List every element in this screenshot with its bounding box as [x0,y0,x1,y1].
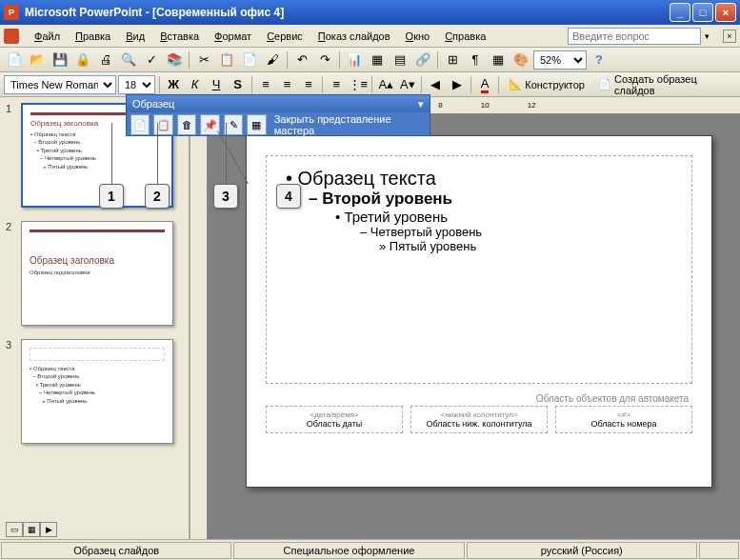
table-button[interactable]: ▦ [367,50,388,70]
statusbar: Образец слайдов Специальное оформление р… [0,539,740,560]
preview-button[interactable]: 🔍 [118,50,139,70]
normal-view-button[interactable]: ▭ [6,522,23,537]
italic-button[interactable]: К [185,74,204,95]
master-layout-button[interactable]: ▦ [247,114,266,135]
bold-button[interactable]: Ж [164,74,183,95]
slide-panel[interactable]: 1 Образец заголовка • Образец текста – В… [0,97,190,539]
menu-slideshow[interactable]: Показ слайдов [310,28,398,45]
hyperlink-button[interactable]: 🔗 [412,50,433,70]
menu-help[interactable]: Справка [437,28,493,45]
align-center-button[interactable]: ≡ [277,74,296,95]
numbering-button[interactable]: ≡ [327,74,346,95]
callout-1: 1 [99,184,124,209]
ask-dropdown-icon[interactable]: ▾ [705,31,710,41]
color-button[interactable]: 🎨 [510,50,531,70]
callout-3: 3 [213,184,238,209]
slide-canvas[interactable]: • Образец текста – Второй уровень • Трет… [246,135,712,488]
status-slide: Образец слайдов [1,542,231,559]
format-painter-button[interactable]: 🖌 [262,50,283,70]
open-button[interactable]: 📂 [27,50,48,70]
undo-button[interactable]: ↶ [291,50,312,70]
status-design: Специальное оформление [233,542,464,559]
status-language[interactable]: русский (Россия) [467,542,697,559]
bullets-button[interactable]: ⋮≡ [349,74,369,95]
help-button[interactable]: ? [589,50,610,70]
doc-icon [4,29,19,44]
menu-tools[interactable]: Сервис [259,28,310,45]
callout-2: 2 [145,184,170,209]
insert-slide-master-button[interactable]: 📄 [130,114,150,135]
spell-button[interactable]: ✓ [141,50,162,70]
research-button[interactable]: 📚 [164,50,185,70]
text-level-3[interactable]: • Третий уровень [335,209,672,225]
app-icon: P [4,5,19,20]
close-button[interactable]: × [715,3,736,22]
menu-edit[interactable]: Правка [68,28,118,45]
delete-master-button[interactable]: 🗑 [177,114,196,135]
menubar: Файл Правка Вид Вставка Формат Сервис По… [0,25,740,48]
underline-button[interactable]: Ч [207,74,226,95]
increase-font-button[interactable]: A▴ [376,74,395,95]
designer-button[interactable]: 📐 Конструктор [503,74,590,95]
menu-file[interactable]: Файл [27,28,68,45]
thumb-number: 1 [6,103,15,208]
text-level-4[interactable]: – Четвертый уровень [360,225,672,239]
copy-button[interactable]: 📋 [216,50,237,70]
maximize-button[interactable]: □ [692,3,713,22]
font-name-select[interactable]: Times New Roman [4,75,116,94]
thumb-number: 2 [6,221,15,326]
automaket-label: Область объектов для автомакета [266,391,692,406]
cut-button[interactable]: ✂ [193,50,214,70]
dropdown-icon[interactable]: ▾ [418,98,424,110]
window-title: Microsoft PowerPoint - [Современный офис… [25,6,670,19]
thumb-number: 3 [6,339,15,444]
decrease-indent-button[interactable]: ◀ [426,74,445,95]
shadow-button[interactable]: S [228,74,247,95]
master-toolbar[interactable]: Образец▾ 📄 📋 🗑 📌 ✎ ▦ Закрыть представлен… [126,94,430,136]
callout-4: 4 [276,184,301,209]
expand-button[interactable]: ⊞ [442,50,463,70]
paste-button[interactable]: 📄 [239,50,260,70]
font-size-select[interactable]: 18 [118,75,155,94]
editor-area: 2024681012 • Образец текста – Второй уро… [190,97,740,539]
zoom-select[interactable]: 52% [533,50,587,70]
text-level-5[interactable]: » Пятый уровень [379,239,672,253]
chart-button[interactable]: 📊 [344,50,365,70]
date-placeholder[interactable]: <дата/время> Область даты [266,406,403,433]
slideshow-view-button[interactable]: ▶ [40,522,57,537]
menu-view[interactable]: Вид [118,28,152,45]
footer-placeholder[interactable]: <нижний колонтитул> Область ниж. колонти… [410,406,548,433]
increase-indent-button[interactable]: ▶ [447,74,466,95]
tables-borders-button[interactable]: ▤ [390,50,410,70]
text-placeholder[interactable]: • Образец текста – Второй уровень • Трет… [266,155,692,384]
text-level-2[interactable]: – Второй уровень [309,190,672,209]
status-extra [699,542,739,559]
grid-button[interactable]: ▦ [488,50,509,70]
vertical-ruler[interactable] [190,97,208,539]
new-button[interactable]: 📄 [4,50,25,70]
redo-button[interactable]: ↷ [314,50,335,70]
menu-window[interactable]: Окно [398,28,438,45]
minimize-button[interactable]: _ [670,3,690,22]
save-button[interactable]: 💾 [50,50,70,70]
close-master-view-button[interactable]: Закрыть представление мастера [270,113,426,136]
decrease-font-button[interactable]: A▾ [398,74,417,95]
font-color-button[interactable]: A [475,74,494,95]
slide-thumb-3[interactable]: • Образец текста – Второй уровень • Трет… [21,339,173,444]
ask-question-input[interactable] [568,28,701,45]
slide-thumb-2[interactable]: Образец заголовка Образец подзаголовка [21,221,173,326]
standard-toolbar: 📄 📂 💾 🔒 🖨 🔍 ✓ 📚 ✂ 📋 📄 🖌 ↶ ↷ 📊 ▦ ▤ 🔗 ⊞ ¶ … [0,48,740,72]
show-formatting-button[interactable]: ¶ [465,50,486,70]
text-level-1[interactable]: • Образец текста [286,168,672,190]
align-left-button[interactable]: ≡ [256,74,275,95]
menu-format[interactable]: Формат [207,28,259,45]
master-toolbar-title[interactable]: Образец▾ [127,95,430,112]
sorter-view-button[interactable]: ▦ [23,522,40,537]
align-right-button[interactable]: ≡ [299,74,318,95]
print-button[interactable]: 🖨 [95,50,116,70]
permission-button[interactable]: 🔒 [72,50,93,70]
create-master-button[interactable]: 📄 Создать образец слайдов [592,74,736,95]
number-placeholder[interactable]: <#> Область номера [555,406,692,433]
menu-insert[interactable]: Вставка [152,28,207,45]
doc-close-button[interactable]: × [723,30,736,43]
